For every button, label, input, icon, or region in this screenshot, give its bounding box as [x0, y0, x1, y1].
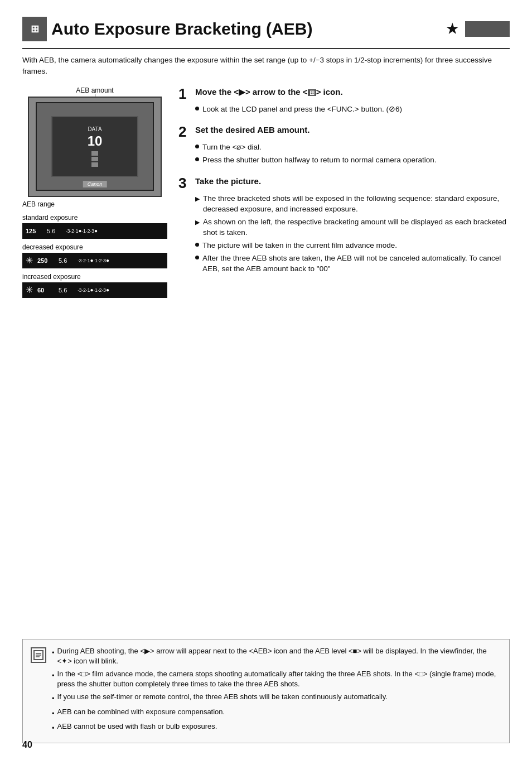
increased-exposure-bar: ✳ 60 5.6 ·3·2·1●·1·2·3● [22, 282, 167, 298]
standard-scale: ·3·2·1●·1·2·3● [66, 228, 164, 234]
screen-number: 10 [88, 133, 103, 149]
decreased-exposure-label: decreased exposure [22, 243, 167, 251]
bullet-dot-icon [195, 243, 199, 247]
arrow-icon: ▶ [195, 218, 200, 227]
step-2-bullet-2: Press the shutter button halfway to retu… [195, 155, 510, 166]
note-section: • During AEB shooting, the <▶> arrow wil… [22, 639, 510, 743]
note-dot-icon: • [52, 671, 55, 681]
increased-icon: ✳ [26, 285, 33, 295]
step-1-bullet-1: Look at the LCD panel and press the <FUN… [195, 104, 510, 115]
note-dot-icon: • [52, 694, 55, 704]
note-dot-icon: • [52, 709, 55, 719]
step-1-title: Move the <▶> arrow to the <⊞> icon. [195, 86, 343, 98]
exposure-section: standard exposure 125 5.6 ·3·2·1●·1·2·3●… [22, 214, 167, 298]
arrow-icon: ▶ [195, 195, 200, 203]
camera-image: DATA 10 ·3·2·1·1·2·3· Canon [28, 97, 162, 197]
step-2-bullet-1: Turn the <⌀> dial. [195, 142, 510, 153]
aeb-range-label: AEB range [22, 200, 167, 208]
step-2-bullet-1-text: Turn the <⌀> dial. [202, 142, 262, 153]
step-2-title: Set the desired AEB amount. [195, 124, 309, 136]
note-content: • During AEB shooting, the <▶> arrow wil… [52, 646, 501, 736]
note-svg-icon [33, 650, 44, 661]
step-3-number: 3 [178, 176, 191, 190]
increased-aperture: 5.6 [59, 287, 74, 294]
step-3-body: ▶ The three bracketed shots will be expo… [195, 194, 510, 274]
decreased-scale: ·3·2·1●·1·2·3● [78, 257, 164, 263]
decreased-shutter: 250 [37, 257, 55, 264]
step-2-body: Turn the <⌀> dial. Press the shutter but… [195, 142, 510, 166]
step-3-header: 3 Take the picture. [178, 176, 510, 190]
step-3-bullet-2: ▶ As shown on the left, the respective b… [195, 217, 510, 238]
bullet-dot-icon [195, 256, 199, 259]
star-icon: ★ [446, 21, 458, 37]
main-content: AEB amount DATA 10 ·3·2· [22, 86, 510, 302]
step-2-number: 2 [178, 124, 191, 139]
step-3-bullet-3: The picture will be taken in the current… [195, 240, 510, 251]
note-dot-icon: • [52, 723, 55, 733]
camera-diagram: DATA 10 ·3·2·1·1·2·3· Canon [28, 97, 162, 197]
note-bullet-3: • If you use the self-timer or remote co… [52, 692, 501, 704]
step-2: 2 Set the desired AEB amount. Turn the <… [178, 124, 510, 166]
note-dot-icon: • [52, 648, 55, 658]
intro-text: With AEB, the camera automatically chang… [22, 55, 510, 78]
increased-scale: ·3·2·1●·1·2·3● [78, 287, 164, 293]
step-3-title: Take the picture. [195, 176, 261, 187]
aeb-amount-label: AEB amount [22, 86, 167, 94]
increased-shutter: 60 [37, 287, 55, 294]
note-bullet-2: • In the <□> film advance mode, the came… [52, 669, 501, 689]
step-2-bullet-2-text: Press the shutter button halfway to retu… [202, 155, 436, 166]
step-3-bullet-1-text: The three bracketed shots will be expose… [203, 194, 510, 215]
note-4-text: AEB can be combined with exposure compen… [57, 707, 225, 717]
step-3-bullet-4: After the three AEB shots are taken, the… [195, 253, 510, 275]
step-1-body: Look at the LCD panel and press the <FUN… [195, 104, 510, 115]
step-1-header: 1 Move the <▶> arrow to the <⊞> icon. [178, 86, 510, 101]
step-1-number: 1 [178, 86, 191, 101]
step-1-bullet-1-text: Look at the LCD panel and press the <FUN… [202, 104, 402, 115]
page-header: ⊞ Auto Exposure Bracketing (AEB) ★ [22, 17, 510, 41]
bullet-dot-icon [195, 145, 199, 148]
note-1-text: During AEB shooting, the <▶> arrow will … [57, 646, 501, 666]
note-bullet-4: • AEB can be combined with exposure comp… [52, 707, 501, 719]
decreased-exposure-bar: ✳ 250 5.6 ·3·2·1●·1·2·3● [22, 253, 167, 268]
header-icon: ⊞ [22, 17, 47, 41]
page-title: Auto Exposure Bracketing (AEB) [51, 20, 444, 39]
note-icon [31, 647, 46, 663]
step-1: 1 Move the <▶> arrow to the <⊞> icon. Lo… [178, 86, 510, 115]
header-badge [465, 21, 510, 37]
right-column: 1 Move the <▶> arrow to the <⊞> icon. Lo… [178, 86, 510, 302]
increased-exposure-label: increased exposure [22, 273, 167, 281]
note-bullet-1: • During AEB shooting, the <▶> arrow wil… [52, 646, 501, 666]
standard-exposure-bar: 125 5.6 ·3·2·1●·1·2·3● [22, 223, 167, 239]
bullet-dot-icon [195, 157, 199, 161]
bullet-dot-icon [195, 107, 199, 110]
step-3-bullet-3-text: The picture will be taken in the current… [202, 240, 397, 251]
step-3-bullet-4-text: After the three AEB shots are taken, the… [202, 253, 510, 275]
left-column: AEB amount DATA 10 ·3·2· [22, 86, 167, 302]
header-icon-label: ⊞ [31, 23, 39, 35]
step-3-bullet-1: ▶ The three bracketed shots will be expo… [195, 194, 510, 215]
standard-shutter: 125 [26, 228, 43, 234]
step-3: 3 Take the picture. ▶ The three brackete… [178, 176, 510, 274]
note-3-text: If you use the self-timer or remote cont… [57, 692, 388, 702]
note-2-text: In the <□> film advance mode, the camera… [57, 669, 501, 689]
standard-exposure-label: standard exposure [22, 214, 167, 222]
standard-aperture: 5.6 [47, 228, 62, 234]
decreased-icon: ✳ [26, 255, 33, 266]
header-divider [22, 48, 510, 49]
note-bullet-5: • AEB cannot be used with flash or bulb … [52, 721, 501, 733]
decreased-aperture: 5.6 [59, 257, 74, 264]
note-5-text: AEB cannot be used with flash or bulb ex… [57, 721, 217, 732]
step-3-bullet-2-text: As shown on the left, the respective bra… [203, 217, 510, 238]
page-number: 40 [22, 740, 32, 750]
step-2-header: 2 Set the desired AEB amount. [178, 124, 510, 139]
